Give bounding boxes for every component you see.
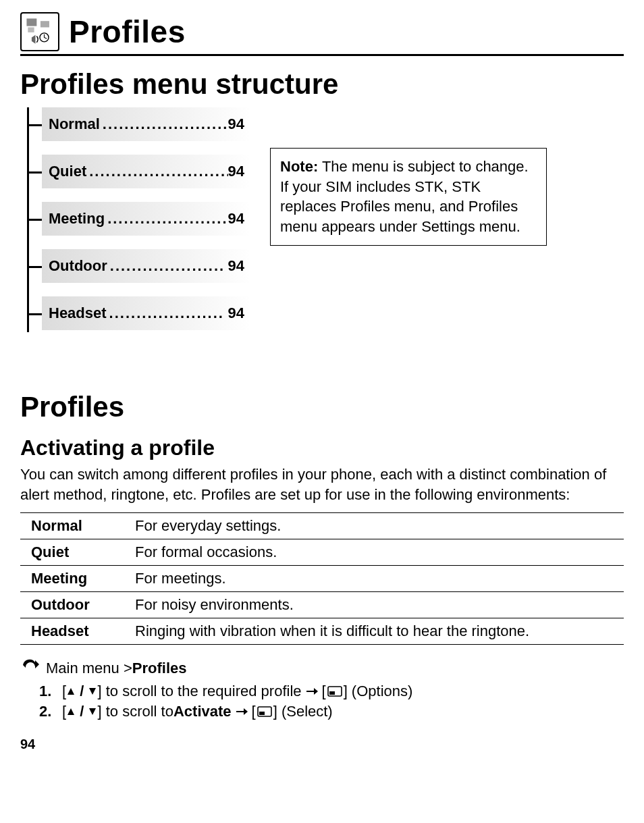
slash: / bbox=[76, 703, 88, 720]
profile-desc: For formal occasions. bbox=[128, 539, 624, 566]
arrow-right-icon bbox=[236, 707, 248, 716]
menu-item-page: 94 bbox=[228, 163, 244, 180]
profile-desc: For noisy environments. bbox=[128, 592, 624, 618]
breadcrumb-prefix: Main menu > bbox=[46, 660, 132, 677]
note-box: Note: The menu is subject to change. If … bbox=[270, 148, 547, 246]
breadcrumb: Main menu > Profiles bbox=[20, 658, 624, 679]
profile-name: Quiet bbox=[20, 539, 128, 566]
profile-name: Meeting bbox=[20, 566, 128, 592]
step-number: 2. bbox=[39, 703, 55, 720]
step-text: ] (Select) bbox=[273, 703, 333, 720]
step-text: ] to scroll to bbox=[97, 703, 173, 720]
menu-item-dots: ..................... bbox=[107, 304, 228, 322]
profile-name: Normal bbox=[20, 513, 128, 539]
menu-item-label: Normal bbox=[49, 115, 100, 133]
table-row: Headset Ringing with vibration when it i… bbox=[20, 618, 624, 645]
menu-item-quiet[interactable]: Quiet .......................... 94 bbox=[42, 155, 251, 188]
menu-item-normal[interactable]: Normal ....................... 94 bbox=[42, 107, 251, 141]
table-row: Normal For everyday settings. bbox=[20, 513, 624, 539]
svg-marker-10 bbox=[68, 708, 74, 715]
step-list: 1. [ / ] to scroll to the required profi… bbox=[20, 683, 624, 720]
menu-item-page: 94 bbox=[228, 257, 244, 275]
step-1: 1. [ / ] to scroll to the required profi… bbox=[39, 683, 624, 700]
table-row: Outdoor For noisy environments. bbox=[20, 592, 624, 618]
profile-name: Outdoor bbox=[20, 592, 128, 618]
menu-item-label: Headset bbox=[49, 304, 107, 322]
section-title-profiles: Profiles bbox=[20, 391, 624, 423]
arrow-right-icon bbox=[306, 687, 318, 696]
menu-item-page: 94 bbox=[228, 304, 244, 322]
step-2: 2. [ / ] to scroll to Activate [ ] (Sele… bbox=[39, 703, 624, 720]
svg-marker-7 bbox=[314, 688, 318, 695]
menu-item-dots: ..................... bbox=[107, 257, 228, 275]
step-bold: Activate bbox=[173, 703, 232, 720]
svg-marker-11 bbox=[89, 708, 96, 715]
step-text: [ bbox=[322, 683, 326, 700]
menu-item-dots: .......................... bbox=[86, 163, 227, 180]
up-triangle-icon bbox=[66, 707, 76, 716]
profile-desc: Ringing with vibration when it is diffic… bbox=[128, 618, 624, 645]
svg-rect-15 bbox=[259, 712, 265, 715]
down-triangle-icon bbox=[88, 687, 97, 696]
step-number: 1. bbox=[39, 683, 55, 700]
svg-rect-1 bbox=[28, 27, 34, 32]
menu-item-dots: ....................... bbox=[100, 115, 228, 133]
svg-marker-5 bbox=[89, 688, 96, 695]
breadcrumb-target: Profiles bbox=[132, 660, 187, 677]
step-text: ] (Options) bbox=[344, 683, 413, 700]
chapter-title: Profiles bbox=[69, 14, 186, 50]
menu-item-outdoor[interactable]: Outdoor ..................... 94 bbox=[42, 249, 251, 283]
menu-item-meeting[interactable]: Meeting ...................... 94 bbox=[42, 202, 251, 236]
profiles-table: Normal For everyday settings. Quiet For … bbox=[20, 512, 624, 645]
slash: / bbox=[76, 683, 88, 700]
section-title-menu-structure: Profiles menu structure bbox=[20, 68, 624, 101]
note-label: Note: bbox=[280, 158, 318, 175]
menu-item-dots: ...................... bbox=[105, 210, 227, 228]
step-text: ] to scroll to the required profile bbox=[97, 683, 301, 700]
menu-item-page: 94 bbox=[228, 115, 244, 133]
menu-item-label: Outdoor bbox=[49, 257, 107, 275]
softkey-icon bbox=[257, 706, 272, 717]
up-triangle-icon bbox=[66, 687, 76, 696]
profile-desc: For everyday settings. bbox=[128, 513, 624, 539]
note-text: The menu is subject to change. If your S… bbox=[280, 158, 529, 235]
menu-item-label: Quiet bbox=[49, 163, 86, 180]
menu-list: Normal ....................... 94 Quiet … bbox=[42, 107, 251, 330]
svg-rect-9 bbox=[329, 691, 335, 695]
profiles-icon bbox=[20, 12, 59, 51]
table-row: Quiet For formal occasions. bbox=[20, 539, 624, 566]
menu-structure-area: Normal ....................... 94 Quiet … bbox=[20, 107, 624, 330]
svg-marker-4 bbox=[68, 688, 74, 695]
chapter-header: Profiles bbox=[20, 12, 624, 56]
subsection-title-activating: Activating a profile bbox=[20, 435, 624, 460]
svg-rect-0 bbox=[26, 18, 36, 26]
intro-paragraph: You can switch among different profiles … bbox=[20, 464, 624, 504]
svg-marker-13 bbox=[244, 708, 248, 715]
profile-name: Headset bbox=[20, 618, 128, 645]
softkey-icon bbox=[327, 686, 342, 697]
nav-arrow-icon bbox=[20, 658, 41, 679]
svg-rect-2 bbox=[41, 21, 49, 27]
step-text: [ bbox=[252, 703, 256, 720]
page-number: 94 bbox=[20, 737, 624, 752]
profile-desc: For meetings. bbox=[128, 566, 624, 592]
menu-item-page: 94 bbox=[228, 210, 244, 228]
menu-item-headset[interactable]: Headset ..................... 94 bbox=[42, 296, 251, 330]
table-row: Meeting For meetings. bbox=[20, 566, 624, 592]
menu-item-label: Meeting bbox=[49, 210, 105, 228]
menu-tree: Normal ....................... 94 Quiet … bbox=[20, 107, 251, 330]
down-triangle-icon bbox=[88, 707, 97, 716]
